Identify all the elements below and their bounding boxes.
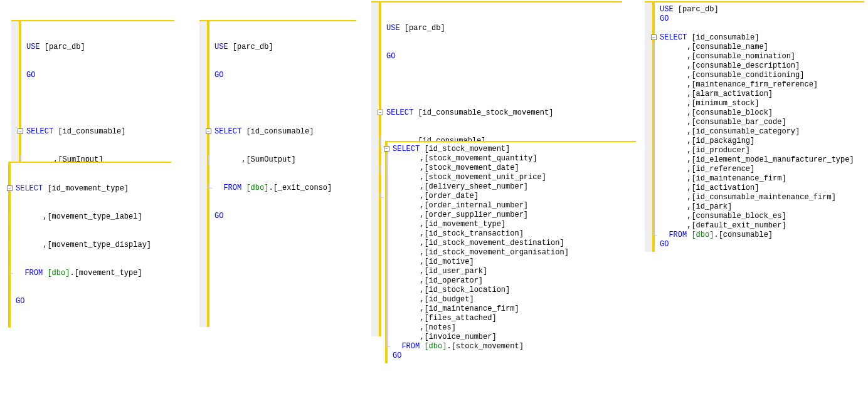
sql-code[interactable]: −SELECT [id_stock_movement] ,[stock_move… — [388, 142, 574, 363]
keyword-use: USE — [26, 43, 40, 51]
sql-code[interactable]: USE [parc_db] GO −SELECT [id_consumable]… — [209, 21, 337, 327]
fold-toggle[interactable]: − — [18, 128, 23, 134]
line-number-gutter — [199, 21, 207, 327]
keyword-go: GO — [26, 71, 35, 80]
sql-panel-exit-conso: USE [parc_db] GO −SELECT [id_consumable]… — [199, 20, 356, 327]
fold-toggle[interactable]: − — [384, 146, 389, 152]
sql-panel-stock-movement: −SELECT [id_stock_movement] ,[stock_move… — [385, 141, 636, 363]
sql-code[interactable]: −SELECT [id_movement_type] ,[movement_ty… — [11, 163, 156, 328]
fold-toggle[interactable]: − — [7, 185, 13, 191]
col: [id_consumable] — [58, 127, 125, 136]
line-number-gutter — [371, 3, 379, 336]
fold-toggle[interactable]: − — [651, 34, 657, 40]
fold-toggle[interactable]: − — [206, 128, 211, 134]
db-name: [parc_db] — [45, 43, 85, 51]
fold-toggle[interactable]: − — [378, 110, 383, 115]
keyword-select: SELECT — [26, 127, 53, 136]
sql-code[interactable]: USE [parc_db]GO −SELECT [id_consumable] … — [655, 3, 859, 252]
sql-panel-movement-type: −SELECT [id_movement_type] ,[movement_ty… — [8, 162, 171, 328]
sql-panel-consumable: USE [parc_db]GO −SELECT [id_consumable] … — [645, 1, 864, 252]
